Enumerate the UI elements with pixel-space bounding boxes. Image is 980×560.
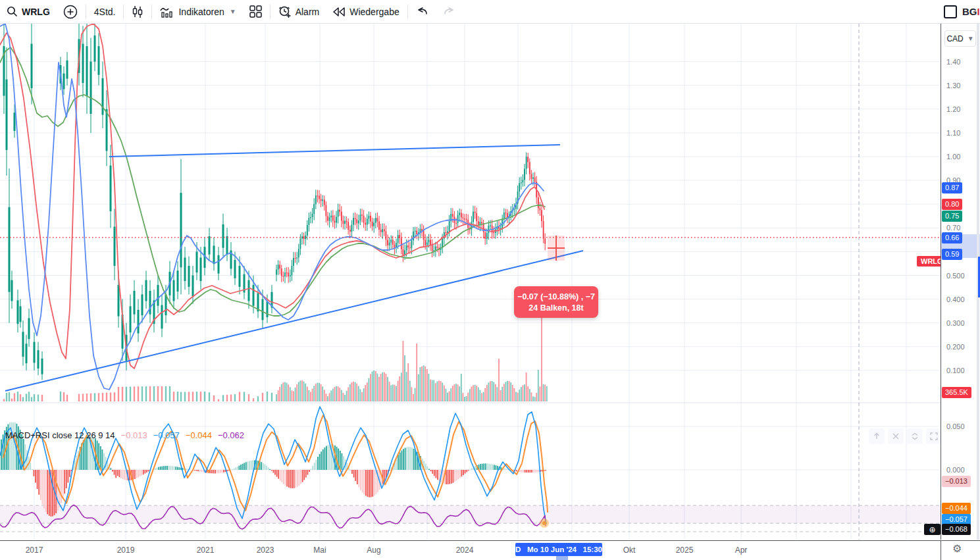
price-label-365.5K: 365.5K [942, 387, 971, 398]
chevron-down-icon: ▼ [230, 8, 236, 15]
undo-button[interactable] [409, 3, 436, 21]
interval-button[interactable]: 4Std. [88, 3, 122, 21]
alarm-label: Alarm [296, 7, 320, 17]
price-label-−0.068: −0.068 [942, 524, 971, 535]
scale-tick: 0.100 [946, 366, 965, 375]
scale-tick: 0.300 [946, 318, 965, 328]
search-icon [7, 6, 18, 17]
scale-tick: 0.050 [946, 422, 965, 431]
scale-tick: 0.400 [946, 295, 965, 304]
symbol-search-button[interactable]: WRLG [0, 3, 57, 21]
scale-tick: 0.000 [946, 465, 965, 474]
collapse-pane-button[interactable] [907, 428, 923, 444]
macd-legend[interactable]: MACD+RSI close 12 26 9 14 −0.013 −0.057 … [5, 430, 244, 440]
account-label[interactable]: BGI [962, 6, 980, 17]
interval-label: 4Std. [94, 7, 116, 17]
redo-icon [442, 7, 455, 17]
axis-corner-separator [941, 541, 941, 560]
scale-tick: 0.500 [946, 271, 965, 280]
replay-label: Wiedergabe [349, 7, 400, 17]
tradingview-app: WRLG 4Std. Indikatoren ▼ Alarm Wiedergab… [0, 0, 980, 560]
grid-layout-icon [249, 5, 262, 18]
time-axis[interactable]: 2017201920212023MaiAug2024Okt2025Apr D M… [0, 540, 980, 560]
alert-button[interactable]: Alarm [272, 3, 326, 21]
redo-button[interactable] [436, 3, 462, 21]
time-label-Okt: Okt [609, 546, 649, 555]
scale-tick: 1.00 [946, 152, 960, 161]
macd-value-1: −0.013 [121, 430, 147, 440]
top-toolbar: WRLG 4Std. Indikatoren ▼ Alarm Wiedergab… [0, 0, 980, 24]
tooltip-line1: −0.07 (−10.88%) , −7 [517, 292, 595, 301]
time-label-Aug: Aug [354, 546, 394, 555]
price-chart[interactable] [0, 24, 941, 540]
price-label-0.80: 0.80 [942, 199, 962, 210]
chevron-down-icon: ▼ [967, 35, 974, 42]
move-pane-up-button[interactable] [869, 428, 885, 444]
indicators-icon [160, 6, 174, 18]
time-label-2019: 2019 [106, 546, 145, 555]
change-tooltip: −0.07 (−10.88%) , −7 24 Balken, 18t [514, 286, 598, 318]
time-label-2024: 2024 [445, 546, 484, 555]
plus-circle-icon [63, 5, 78, 19]
macd-value-4: −0.062 [218, 430, 244, 440]
time-label-2021: 2021 [186, 546, 225, 555]
macd-value-2: −0.057 [153, 430, 180, 440]
indicator-pane-buttons [869, 428, 942, 444]
toolbar-separator [123, 5, 124, 19]
layout-button[interactable] [243, 3, 269, 21]
scale-tick: 0.200 [946, 342, 965, 351]
price-label-0.66: 0.66 [942, 232, 962, 243]
time-label-Mai: Mai [300, 546, 340, 555]
add-order-plus-icon[interactable]: ⊕ [924, 524, 941, 535]
price-label-0.59: 0.59 [942, 249, 962, 260]
macd-value-3: −0.044 [186, 430, 212, 440]
chart-canvas[interactable]: MACD+RSI close 12 26 9 14 −0.013 −0.057 … [0, 24, 941, 540]
candlestick-icon [132, 5, 143, 18]
price-label-−0.044: −0.044 [942, 503, 971, 514]
fullscreen-checkbox-icon[interactable] [944, 5, 957, 18]
scale-tick: 1.20 [946, 105, 960, 114]
toolbar-separator [86, 5, 86, 19]
scale-tick: 1.40 [946, 57, 960, 66]
currency-dropdown[interactable]: CAD ▼ [944, 30, 976, 47]
tooltip-line2: 24 Balken, 18t [529, 303, 583, 313]
toolbar-separator [407, 5, 408, 19]
gear-icon[interactable]: ⚙ [952, 542, 962, 555]
time-cursor-label: D Mo 10 Jun '24 15:30 [515, 543, 602, 556]
toolbar-separator [270, 5, 271, 19]
time-label-2025: 2025 [665, 546, 704, 555]
price-label-0.75: 0.75 [942, 211, 962, 222]
price-label-−0.013: −0.013 [942, 476, 971, 487]
maximize-pane-button[interactable] [926, 428, 942, 444]
scale-tick: 1.30 [946, 81, 960, 90]
chart-type-button[interactable] [125, 3, 150, 21]
macd-title: MACD+RSI close 12 26 9 14 [5, 430, 115, 440]
replay-rewind-icon [332, 7, 346, 17]
undo-icon [416, 7, 429, 17]
toolbar-separator [151, 5, 152, 19]
currency-label: CAD [946, 34, 963, 43]
alarm-clock-icon [278, 5, 292, 18]
close-pane-button[interactable] [888, 428, 904, 444]
time-cursor-notch [556, 556, 568, 560]
scale-tick: 1.10 [946, 128, 960, 138]
time-label-2023: 2023 [245, 546, 285, 555]
indicators-button[interactable]: Indikatoren ▼ [153, 3, 242, 21]
symbol-name: WRLG [22, 7, 50, 17]
time-label-Apr: Apr [721, 546, 761, 555]
time-label-2017: 2017 [14, 546, 54, 555]
price-label-0.87: 0.87 [942, 182, 962, 193]
price-scale[interactable]: CAD ▼ 1.401.301.201.101.000.900.700.5000… [941, 24, 980, 540]
indicators-label: Indikatoren [178, 7, 224, 17]
scale-tick: 0.70 [946, 223, 960, 232]
add-symbol-button[interactable] [57, 3, 84, 21]
replay-button[interactable]: Wiedergabe [326, 3, 406, 21]
